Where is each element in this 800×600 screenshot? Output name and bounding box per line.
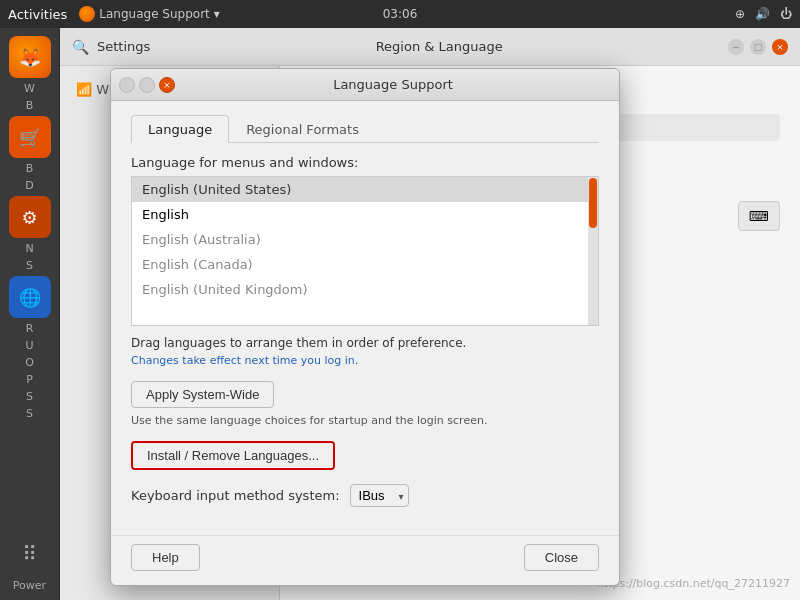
apply-system-wide-button[interactable]: Apply System-Wide <box>131 381 274 408</box>
search-icon[interactable]: 🔍 <box>72 39 89 55</box>
keyboard-input-row: Keyboard input method system: IBus fcitx… <box>131 484 599 507</box>
watermark: https://blog.csdn.net/qq_27211927 <box>597 577 790 590</box>
language-item-english[interactable]: English <box>132 202 598 227</box>
sidebar-letter-d: D <box>9 179 51 192</box>
app-indicator: Language Support ▾ <box>79 6 220 22</box>
keyboard-icon-button[interactable]: ⌨ <box>738 201 780 231</box>
settings-titlebar: 🔍 Settings Region & Language − □ × <box>60 28 800 66</box>
dialog-title: Language Support <box>175 77 611 92</box>
activities-button[interactable]: Activities <box>8 7 67 22</box>
help-button[interactable]: Help <box>131 544 200 571</box>
dialog-maximize-button[interactable] <box>139 77 155 93</box>
keyboard-input-select[interactable]: IBus fcitx none <box>350 484 409 507</box>
top-bar: Activities Language Support ▾ 03:06 ⊕ 🔊 … <box>0 0 800 28</box>
minimize-button[interactable]: − <box>728 39 744 55</box>
install-remove-wrapper: Install / Remove Languages... <box>131 441 335 470</box>
language-support-dialog: × Language Support Language Regional For… <box>110 68 620 586</box>
sidebar-item-settings[interactable]: ⚙ <box>9 196 51 238</box>
app-arrow-icon[interactable]: ▾ <box>214 7 220 21</box>
power-label: Power <box>13 579 46 592</box>
language-item-english-ca[interactable]: English (Canada) <box>132 252 598 277</box>
sidebar-letter-p: P <box>9 373 51 386</box>
sidebar-letter-b2: B <box>9 162 51 175</box>
apply-desc: Use the same language choices for startu… <box>131 414 599 427</box>
ibus-select-wrapper: IBus fcitx none ▾ <box>350 484 409 507</box>
install-remove-button[interactable]: Install / Remove Languages... <box>133 443 333 468</box>
sidebar-letter-r: R <box>9 322 51 335</box>
app-name-label: Language Support <box>99 7 209 21</box>
language-item-english-au[interactable]: English (Australia) <box>132 227 598 252</box>
sidebar-item-appstore[interactable]: 🛒 <box>9 116 51 158</box>
close-button[interactable]: × <box>772 39 788 55</box>
apply-btn-row: Apply System-Wide <box>131 381 599 408</box>
keyboard-input-label: Keyboard input method system: <box>131 488 340 503</box>
drag-info: Drag languages to arrange them in order … <box>131 336 599 350</box>
sidebar-letter-s3: S <box>9 407 51 420</box>
sidebar-item-browser[interactable]: 🌐 <box>9 276 51 318</box>
sidebar-letter-n: N <box>9 242 51 255</box>
volume-icon[interactable]: 🔊 <box>755 7 770 21</box>
region-language-title: Region & Language <box>376 39 503 54</box>
firefox-icon <box>79 6 95 22</box>
sidebar-letter-u: U <box>9 339 51 352</box>
sidebar-letter-o: O <box>9 356 51 369</box>
top-bar-time: 03:06 <box>383 7 418 21</box>
drag-subinfo: Changes take effect next time you log in… <box>131 354 599 367</box>
language-list[interactable]: English (United States) English English … <box>131 176 599 326</box>
language-list-scrollbar[interactable] <box>588 177 598 325</box>
network-icon[interactable]: ⊕ <box>735 7 745 21</box>
top-bar-left: Activities Language Support ▾ <box>8 6 220 22</box>
scroll-thumb <box>589 178 597 228</box>
tab-regional-formats[interactable]: Regional Formats <box>229 115 376 143</box>
sidebar-letter-b1: B <box>9 99 51 112</box>
language-item-english-us[interactable]: English (United States) <box>132 177 598 202</box>
sidebar: 🦊 W B 🛒 B D ⚙ N S 🌐 R U O P S S ⠿ Power <box>0 28 60 600</box>
dialog-titlebar: × Language Support <box>111 69 619 101</box>
language-section-label: Language for menus and windows: <box>131 155 599 170</box>
dialog-close-button[interactable]: × <box>159 77 175 93</box>
top-bar-right: ⊕ 🔊 ⏻ <box>735 7 792 21</box>
dialog-footer: Help Close <box>111 535 619 585</box>
language-item-english-uk[interactable]: English (United Kingdom) <box>132 277 598 302</box>
dialog-minimize-button[interactable] <box>119 77 135 93</box>
show-apps-button[interactable]: ⠿ <box>9 533 51 575</box>
tab-bar: Language Regional Formats <box>131 115 599 143</box>
close-dialog-button[interactable]: Close <box>524 544 599 571</box>
sidebar-letter-s2: S <box>9 390 51 403</box>
sidebar-item-firefox[interactable]: 🦊 <box>9 36 51 78</box>
sidebar-letter-w: W <box>9 82 51 95</box>
dialog-win-controls: × <box>119 77 175 93</box>
sidebar-letter-s1: S <box>9 259 51 272</box>
settings-title: Settings <box>97 39 150 54</box>
power-icon[interactable]: ⏻ <box>780 7 792 21</box>
settings-win-controls: − □ × <box>728 39 788 55</box>
maximize-button[interactable]: □ <box>750 39 766 55</box>
dialog-body: Language Regional Formats Language for m… <box>111 101 619 535</box>
tab-language[interactable]: Language <box>131 115 229 143</box>
